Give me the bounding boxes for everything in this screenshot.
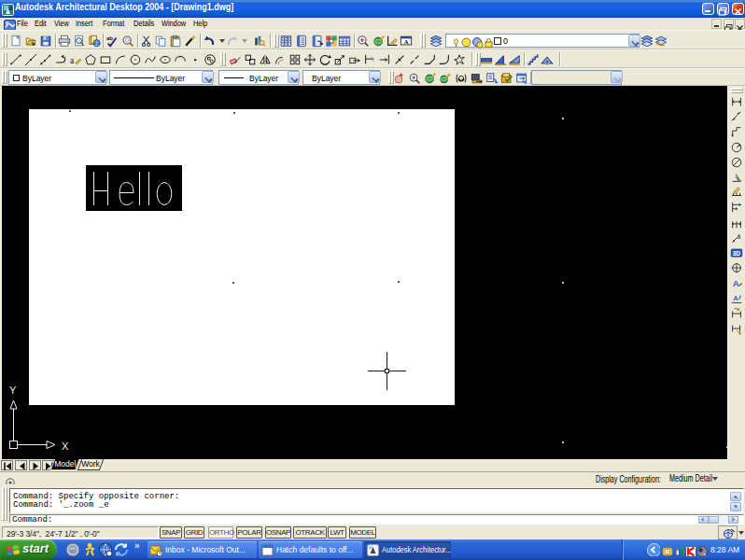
svg-text:a: a	[69, 55, 74, 65]
svg-text:A: A	[734, 295, 738, 301]
svg-text:Y: Y	[9, 385, 17, 396]
svg-text:A: A	[738, 233, 740, 238]
svg-text:ab: ab	[106, 35, 113, 41]
svg-text:3D: 3D	[733, 250, 741, 257]
svg-text:A: A	[403, 38, 408, 46]
svg-text:X: X	[62, 441, 69, 452]
svg-text:A: A	[733, 278, 739, 288]
